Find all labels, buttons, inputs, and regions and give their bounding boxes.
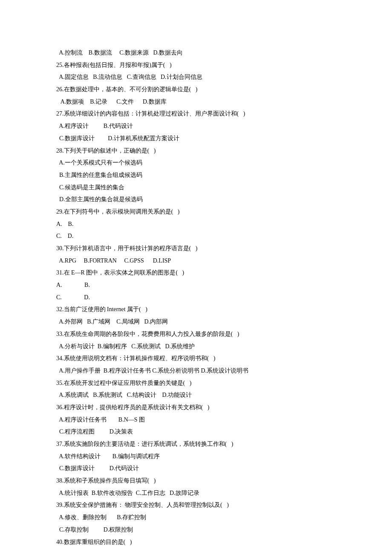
option-line: A. B. [56,279,329,292]
option-line: A.RPG B.FORTRAN C.GPSS D.LISP [56,255,329,267]
option-line: A.程序设计任务书 B.N—S 图 [56,414,329,426]
option-line: A.修改、删除控制 B.存贮控制 [56,512,329,524]
option-line: C. D. [56,230,329,243]
question-38: 38.系统和子系统操作员应每日填写( ) [56,475,329,487]
question-30: 30.下列计算机语言中，用于科技计算的程序语言是( ) [56,243,329,255]
option-line: A. B. [56,218,329,231]
question-33: 33.在系统生命周期的各阶段中，花费费用和人力投入最多的阶段是( ) [56,328,329,341]
question-39: 39.系统安全保护措施有： 物理安全控制、人员和管理控制以及( ) [56,499,329,512]
question-28: 28.下列关于码的叙述中，正确的是( ) [56,145,329,157]
option-line: A.软件结构设计 B.编制与调试程序 [56,451,329,463]
option-line: C. D. [56,292,329,304]
option-line: A.外部网 B.广域网 C.局域网 D.内部网 [56,316,329,328]
option-line: A.统计报表 B.软件改动报告 C.工作日志 D.故障记录 [56,487,329,500]
option-line: A.分析与设计 B.编制程序 C.系统测试 D.系统维护 [56,341,329,353]
option-line: C.程序流程图 D.决策表 [56,426,329,438]
question-26: 26.在数据处理中，基本的、不可分割的逻辑单位是( ) [56,84,329,96]
option-line: A.一个关系模式只有一个候选码 [56,157,329,169]
option-line: A.数据项 B.记录 C.文件 D.数据库 [56,96,329,108]
question-31: 31.在 E—R 图中，表示实体之间联系的图形是( ) [56,267,329,279]
option-line: A.程序设计 B.代码设计 [56,120,329,133]
document-page: A.控制流 B.数据流 C.数据来源 D.数据去向 25.各种报表(包括日报、月… [0,0,329,548]
question-36: 36.程序设计时，提供给程序员的是系统设计有关文档和( ) [56,402,329,414]
question-40: 40.数据库重组织的目的是( ) [56,536,329,549]
option-line: C.数据库设计 D.计算机系统配置方案设计 [56,133,329,145]
question-29: 29.在下列符号中，表示模块间调用关系的是( ) [56,206,329,218]
option-line: A.控制流 B.数据流 C.数据来源 D.数据去向 [56,47,329,59]
question-35: 35.在系统开发过程中保证应用软件质量的关键是( ) [56,377,329,390]
option-line: C.候选码是主属性的集合 [56,182,329,194]
option-line: C.存取控制 D.权限控制 [56,524,329,536]
option-line: B.主属性的任意集合组成候选码 [56,169,329,182]
question-32: 32.当前广泛使用的 Internet 属于( ) [56,304,329,316]
option-line: D.全部主属性的集合就是候选码 [56,194,329,206]
question-34: 34.系统使用说明文档有：计算机操作规程、程序说明书和( ) [56,353,329,365]
question-25: 25.各种报表(包括日报、月报和年报)属于( ) [56,59,329,72]
question-37: 37.系统实施阶段的主要活动是：进行系统调试，系统转换工作和( ) [56,438,329,451]
option-line: A.用户操作手册 B.程序设计任务书 C.系统分析说明书 D.系统设计说明书 [56,365,329,377]
option-line: C.数据库设计 D.代码设计 [56,462,329,475]
option-line: A.系统调试 B.系统测试 C.结构设计 D.功能设计 [56,389,329,402]
question-27: 27.系统详细设计的内容包括：计算机处理过程设计、用户界面设计和( ) [56,108,329,120]
option-line: A.固定信息 B.流动信息 C.查询信息 D.计划合同信息 [56,71,329,84]
